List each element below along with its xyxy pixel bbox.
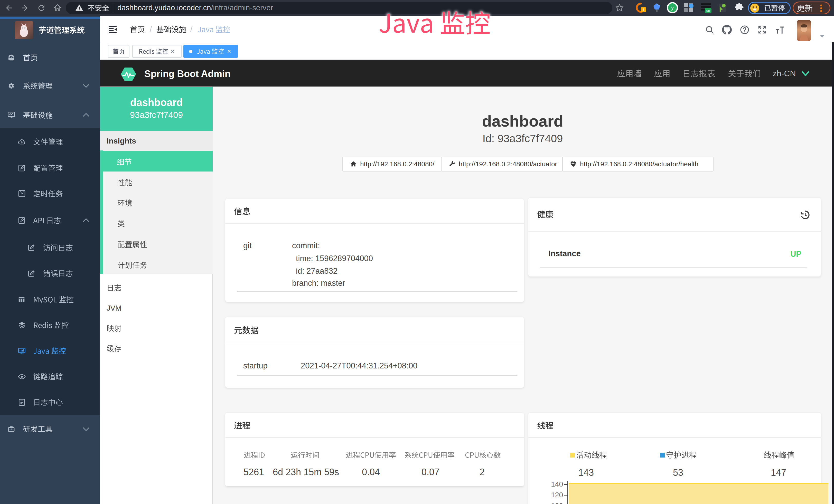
- svg-text:y: y: [671, 5, 674, 10]
- svg-text:1: 1: [642, 7, 644, 12]
- svg-text:on: on: [706, 9, 710, 13]
